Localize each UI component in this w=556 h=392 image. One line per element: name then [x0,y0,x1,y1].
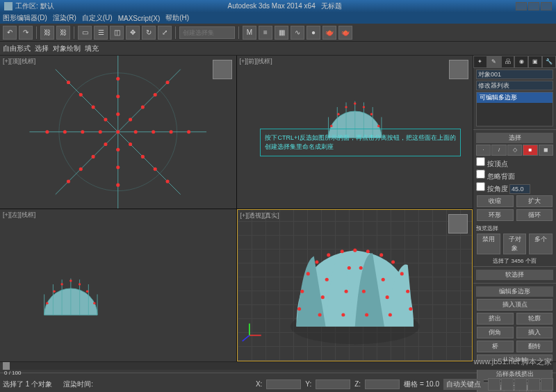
ignore-backface-checkbox[interactable]: 忽略背面 [476,170,553,181]
modifier-stack[interactable]: 可编辑多边形 [476,92,553,126]
selection-set-input[interactable] [179,26,235,39]
object-name-field[interactable] [476,70,553,79]
display-tab[interactable]: ▣ [528,56,542,68]
modifier-list-dropdown[interactable] [476,81,553,90]
viewport-label[interactable]: [+][前][线框] [240,57,272,66]
render-setup-button[interactable]: 🫖 [322,26,336,40]
grow-button[interactable]: 扩大 [516,195,553,207]
mirror-button[interactable]: M [243,26,256,40]
selection-rollout-title[interactable]: 选择 [476,133,553,143]
goto-end-button[interactable] [541,378,553,391]
flip-button[interactable]: 翻转 [516,341,553,352]
render-button[interactable]: 🫖 [338,26,352,40]
viewport-label[interactable]: [+][左][线框] [3,211,35,220]
element-level[interactable]: ◼ [539,145,553,156]
curve-editor-button[interactable]: ∿ [291,26,304,40]
close-button[interactable] [541,2,552,10]
viewport-left[interactable]: [+][左][线框] [0,209,236,362]
viewport-canvas[interactable] [0,209,236,362]
vertex-level[interactable]: · [476,145,491,156]
softsel-rollout-title[interactable]: 软选择 [476,270,553,280]
scale-button[interactable]: ⤢ [158,26,172,40]
redo-button[interactable]: ↷ [19,26,33,40]
viewcube[interactable] [213,60,232,79]
unlink-button[interactable]: ⛓ [56,26,70,40]
material-editor-button[interactable]: ● [306,26,320,40]
edge-level[interactable]: / [491,145,506,156]
menu-item[interactable]: 图形编辑器(D) [3,13,47,23]
viewport-canvas[interactable] [238,210,473,361]
menu-bar: 图形编辑器(D) 渲染(R) 自定义(U) MAXScript(X) 帮助(H) [0,13,556,24]
menu-item[interactable]: 自定义(U) [82,13,113,23]
border-level[interactable]: ◇ [507,145,522,156]
layer-button[interactable]: ▦ [275,26,288,40]
shrink-button[interactable]: 收缩 [477,195,514,207]
insert-vertex-button[interactable]: 插入顶点 [477,299,553,311]
viewport-label[interactable]: [+][顶][线框] [3,57,35,66]
app-icon [4,2,13,10]
motion-tab[interactable]: ◉ [514,56,528,68]
time-marker[interactable] [3,362,10,370]
preview-multi[interactable]: 多个 [529,234,553,254]
move-button[interactable]: ✥ [126,26,140,40]
viewport-front[interactable]: [+][前][线框] 按下CTRL+I反选如图所示的面，再点击分离按钮，把这些面… [237,56,473,209]
prev-frame-button[interactable] [501,378,514,391]
modify-tab[interactable]: ✎ [487,56,501,68]
viewport-top[interactable]: [+][顶][线框] [0,56,236,209]
goto-start-button[interactable] [488,378,500,391]
maximize-button[interactable] [528,2,539,10]
ring-button[interactable]: 环形 [477,209,514,221]
bevel-button[interactable]: 倒角 [477,327,514,338]
autokey-button[interactable]: 自动关键点 [443,379,484,390]
viewport-canvas[interactable] [0,56,236,209]
svg-point-2 [134,130,138,133]
link-button[interactable]: ⛓ [40,26,54,40]
play-button[interactable] [514,378,527,391]
rotate-button[interactable]: ↻ [142,26,156,40]
select-button[interactable]: ▭ [78,26,92,40]
workspace-label[interactable]: 工作区: 默认 [15,1,54,11]
z-input[interactable] [365,379,400,389]
svg-point-22 [79,168,83,171]
by-angle-checkbox[interactable]: 按角度 [476,182,553,194]
outline-button[interactable]: 轮廓 [516,313,553,325]
preview-sub[interactable]: 子对象 [503,234,527,254]
y-input[interactable] [316,379,350,389]
polygon-level[interactable]: ■ [523,145,537,156]
by-vertex-checkbox[interactable]: 按顶点 [476,157,553,169]
create-tab[interactable]: ✦ [473,56,487,68]
preview-off[interactable]: 禁用 [477,234,500,254]
svg-point-28 [104,117,107,121]
menu-item[interactable]: MAXScript(X) [118,15,161,22]
undo-button[interactable]: ↶ [3,26,17,40]
ribbon-tab[interactable]: 自由形式 [3,44,31,54]
utilities-tab[interactable]: 🔧 [542,56,556,68]
ribbon-tab[interactable]: 填充 [85,44,99,54]
viewcube[interactable] [449,60,468,79]
viewport-label[interactable]: [+][透视][真实] [240,211,279,220]
stack-item[interactable]: 可编辑多边形 [477,92,553,103]
hierarchy-tab[interactable]: 品 [501,56,515,68]
select-name-button[interactable]: ☰ [94,26,108,40]
ribbon-tab[interactable]: 选择 [35,44,49,54]
viewport-perspective[interactable]: [+][透视][真实] [237,209,473,362]
align-button[interactable]: ≡ [259,26,272,40]
x-input[interactable] [266,379,301,389]
time-slider[interactable] [0,361,556,370]
svg-point-29 [92,106,95,109]
editpoly-rollout-title[interactable]: 编辑多边形 [476,286,553,297]
bridge-button[interactable]: 桥 [477,341,514,352]
inset-button[interactable]: 插入 [516,327,553,338]
menu-item[interactable]: 帮助(H) [165,13,189,23]
select-region-button[interactable]: ◫ [110,26,124,40]
next-frame-button[interactable] [528,378,540,391]
ribbon-tab[interactable]: 对象绘制 [53,44,81,54]
menu-item[interactable]: 渲染(R) [53,13,76,23]
svg-point-1 [116,130,120,133]
viewcube[interactable] [448,214,468,234]
minimize-button[interactable] [516,2,527,10]
loop-button[interactable]: 循环 [516,209,553,221]
svg-point-15 [116,77,120,81]
svg-point-26 [154,93,157,97]
extrude-button[interactable]: 挤出 [477,313,514,325]
